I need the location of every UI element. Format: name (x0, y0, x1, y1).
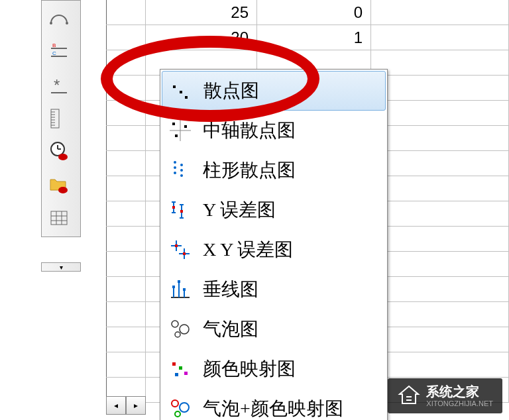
row-header[interactable] (106, 25, 146, 50)
svg-rect-42 (172, 206, 175, 209)
svg-rect-20 (51, 211, 67, 225)
svg-rect-32 (175, 134, 178, 137)
svg-point-62 (175, 332, 180, 337)
svg-point-0 (50, 22, 52, 25)
svg-text:*: * (54, 76, 60, 94)
toolbar-overflow[interactable]: ▾ (41, 262, 81, 272)
svg-point-37 (180, 169, 183, 172)
grid-row[interactable]: 20 1 (106, 25, 509, 50)
menu-item-bubble[interactable]: 气泡图 (162, 309, 386, 349)
svg-point-60 (172, 321, 178, 327)
toolbar-btn-folder[interactable] (43, 169, 75, 201)
svg-point-33 (174, 161, 176, 164)
cell[interactable]: 20 (146, 25, 257, 50)
toolbar-btn-ruler[interactable] (43, 103, 75, 134)
watermark-title: 系统之家 (426, 384, 493, 399)
svg-rect-59 (183, 288, 186, 291)
cell[interactable] (371, 50, 509, 75)
row-header[interactable] (106, 50, 146, 75)
svg-point-36 (180, 164, 183, 166)
svg-rect-26 (180, 91, 182, 93)
menu-label: 颜色映射图 (203, 356, 296, 382)
menu-label: 柱形散点图 (203, 158, 296, 183)
axis-scatter-icon (167, 117, 194, 144)
sheet-scroll-controls: ◂ ▸ (106, 396, 146, 415)
svg-rect-66 (184, 372, 188, 375)
svg-rect-46 (180, 210, 183, 213)
menu-item-drop-line[interactable]: 垂线图 (162, 270, 386, 309)
menu-label: 中轴散点图 (203, 118, 296, 143)
color-map-icon (167, 356, 194, 382)
svg-point-69 (175, 411, 180, 417)
svg-rect-55 (172, 286, 175, 288)
scroll-left-button[interactable]: ◂ (106, 396, 126, 415)
folder-stamp-icon (48, 174, 70, 195)
svg-point-61 (180, 325, 189, 334)
svg-rect-7 (51, 92, 67, 93)
grid-row[interactable]: 25 0 (106, 0, 509, 25)
cell[interactable]: 25 (146, 0, 257, 25)
toolbar-btn-arc[interactable] (43, 3, 75, 35)
bubble-icon (167, 316, 194, 342)
svg-rect-52 (183, 252, 186, 255)
svg-point-38 (180, 174, 183, 177)
svg-point-34 (174, 166, 176, 169)
menu-item-color-map[interactable]: 颜色映射图 (162, 349, 386, 389)
svg-rect-57 (178, 280, 180, 283)
svg-point-1 (66, 22, 68, 25)
svg-point-67 (172, 400, 178, 407)
house-icon (397, 384, 421, 407)
left-toolbar: B C * (41, 0, 81, 237)
watermark-subtitle: XITONGZHIJIA.NET (426, 399, 493, 408)
y-error-icon (167, 197, 194, 223)
menu-label: 气泡图 (203, 317, 258, 342)
menu-item-axis-scatter[interactable]: 中轴散点图 (162, 111, 386, 150)
menu-label: X Y 误差图 (203, 237, 293, 262)
toolbar-btn-grid[interactable] (43, 202, 75, 234)
menu-label: 气泡+颜色映射图 (203, 396, 343, 420)
menu-item-bubble-color[interactable]: 气泡+颜色映射图 (162, 389, 386, 420)
ruler-icon (48, 108, 70, 129)
svg-rect-27 (185, 96, 188, 99)
svg-point-19 (58, 187, 68, 193)
svg-rect-64 (179, 366, 182, 370)
clock-stamp-icon (48, 141, 70, 162)
cell[interactable]: 0 (257, 0, 371, 25)
chart-type-menu: 散点图 中轴散点图 柱形散点图 (160, 69, 388, 420)
cell[interactable] (371, 25, 509, 50)
svg-rect-49 (175, 244, 178, 247)
menu-item-scatter[interactable]: 散点图 (162, 71, 386, 111)
grid-icon (48, 207, 70, 229)
menu-item-y-error[interactable]: Y 误差图 (162, 190, 386, 230)
svg-rect-31 (184, 125, 187, 128)
svg-point-35 (174, 172, 176, 174)
column-scatter-icon (167, 157, 194, 184)
xy-error-icon (167, 236, 194, 263)
svg-point-68 (180, 403, 189, 412)
menu-label: Y 误差图 (203, 197, 276, 223)
menu-label: 垂线图 (203, 277, 258, 302)
svg-text:B: B (52, 42, 56, 48)
svg-point-18 (58, 154, 68, 160)
toolbar-btn-asterisk[interactable]: * (43, 70, 75, 101)
menu-item-xy-error[interactable]: X Y 误差图 (162, 230, 386, 270)
scatter-icon (168, 78, 194, 104)
scroll-right-button[interactable]: ▸ (126, 396, 146, 415)
svg-rect-63 (172, 362, 176, 366)
toolbar-btn-line[interactable]: B C (43, 36, 75, 68)
menu-label: 散点图 (203, 78, 259, 103)
svg-text:C: C (52, 50, 56, 56)
menu-item-column-scatter[interactable]: 柱形散点图 (162, 150, 386, 190)
row-header[interactable] (106, 0, 146, 25)
bubble-color-icon (167, 395, 194, 420)
cell[interactable] (371, 0, 509, 25)
asterisk-icon: * (48, 75, 70, 96)
line-bc-icon: B C (48, 42, 70, 63)
svg-rect-25 (173, 85, 176, 88)
drop-line-icon (167, 276, 194, 303)
svg-rect-65 (175, 373, 178, 376)
toolbar-btn-clock[interactable] (43, 136, 75, 168)
cell[interactable]: 1 (257, 25, 371, 50)
arc-icon (48, 9, 70, 30)
svg-rect-30 (172, 123, 175, 125)
